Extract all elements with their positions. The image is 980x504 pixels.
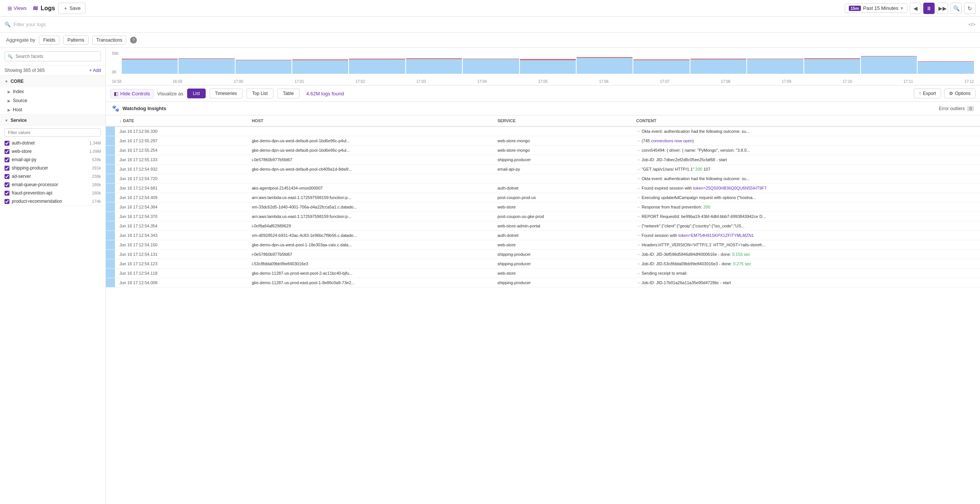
error-outliers: Error outliers 0 [939,106,974,111]
row-indicator [106,259,115,269]
row-indicator [106,221,115,231]
chart-y-min: 0K [112,70,119,74]
row-indicator [106,250,115,259]
table-row[interactable]: Jun 16 17:12:54.131 i-0e57860b977b5fd67 … [106,250,980,259]
add-facet-button[interactable]: + Add [89,68,101,73]
service-item-count: 539k [92,158,101,162]
watchdog-label: Watchdog Insights [123,105,936,111]
views-button[interactable]: ⊞ Views [5,4,30,13]
table-row[interactable]: Jun 16 17:12:55.254 gke-demo-dpn-us-west… [106,146,980,155]
chart-bars [122,53,974,74]
row-host: gke-demo-dpn-us-west-pool-1-18e303aa-cai… [247,240,493,250]
source-facet[interactable]: ▶ Source [0,96,105,105]
time-badge: 15m [849,6,861,11]
index-facet[interactable]: ▶ Index [0,87,105,96]
chart-bar [633,59,689,74]
table-row[interactable]: Jun 16 17:12:54.370 arn:aws:lambda:us-ea… [106,212,980,221]
hide-controls-button[interactable]: ◧ Hide Controls [110,89,153,98]
row-service: email-api-py [493,164,632,174]
row-host: arn:aws:lambda:us-east-1:172597598159:fu… [247,212,493,221]
service-header[interactable]: ▼ Service [0,115,105,126]
service-filter-input[interactable] [5,128,101,137]
filter-search-icon: 🔍 [5,22,11,27]
service-list-item[interactable]: product-recommendation 174k [0,197,105,206]
agg-fields-button[interactable]: Fields [39,35,59,45]
content-col-header[interactable]: CONTENT [632,115,980,126]
viz-timeseries-button[interactable]: Timeseries [210,89,243,98]
table-row[interactable]: Jun 16 17:12:54.720 → Okta event: authen… [106,174,980,183]
agg-transactions-button[interactable]: Transactions [92,35,126,45]
service-list-item[interactable]: web-store 1.09M [0,147,105,156]
service-checkbox[interactable] [5,158,10,162]
table-row[interactable]: Jun 16 17:12:55.133 i-0e57860b977b5fd67 … [106,155,980,164]
host-facet[interactable]: ▶ Host [0,105,105,114]
table-row[interactable]: Jun 16 17:12:54.343 vm-d0928524-b931-43a… [106,231,980,240]
table-row[interactable]: Jun 16 17:12:54.409 arn:aws:lambda:us-ea… [106,193,980,203]
agg-patterns-button[interactable]: Patterns [63,35,89,45]
service-list-item[interactable]: email-api-py 539k [0,156,105,164]
row-host: vm-d0928524-b931-43ac-4c83-1e96bc7f9b56.… [247,231,493,240]
table-row[interactable]: Jun 16 17:12:54.932 gke-demo-dpn-us-west… [106,164,980,174]
time-selector[interactable]: 15m Past 15 Minutes ▾ [845,3,907,13]
prev-button[interactable]: ◀ [910,3,921,14]
help-icon[interactable]: ? [130,37,137,43]
service-checkbox[interactable] [5,199,10,204]
table-row[interactable]: Jun 16 17:12:54.008 gke-demo-11287-us-pr… [106,278,980,287]
pause-button[interactable]: ⏸ [923,3,935,14]
export-button[interactable]: ↑ Export [914,89,941,98]
table-row[interactable]: Jun 16 17:12:56.330 → Okta event: authen… [106,126,980,136]
host-col-header[interactable]: HOST [247,115,493,126]
service-checkbox[interactable] [5,166,10,171]
filter-input[interactable] [14,22,965,27]
viz-table-button[interactable]: Table [277,89,299,98]
source-label: Source [13,98,27,103]
refresh-button[interactable]: ↻ [964,3,975,14]
service-checkbox[interactable] [5,174,10,179]
chart-bar [349,59,405,74]
chart-bar [520,59,576,74]
table-row[interactable]: Jun 16 17:12:54.384 vm-33dc62d5-1d40-400… [106,203,980,212]
row-indicator [106,278,115,287]
code-icon[interactable]: </> [968,22,975,27]
date-col-header[interactable]: ↓DATE [115,115,247,126]
service-list-item[interactable]: shipping-producer 291k [0,164,105,172]
service-section: ▼ Service auth-dotnet 1.34M web-store 1.… [0,115,105,206]
row-content: → Found session with token=EM754H91SKPX1… [632,231,980,240]
facet-search-input[interactable] [5,51,101,61]
chart-x-label: 17:00 [234,80,243,84]
chart-x-label: 17:11 [904,80,913,84]
row-content: → Job-ID: JID-17b01a26a11a35e90d4729bc -… [632,278,980,287]
right-content: 50K 0K 16:5816:5917:0017:0117:0217:0317:… [106,48,980,504]
viz-toplist-button[interactable]: Top List [247,89,274,98]
hide-controls-icon: ◧ [114,91,118,96]
row-host: vm-33dc62d5-1d40-4001-706a-d4a22fcca5a1.… [247,203,493,212]
table-row[interactable]: Jun 16 17:12:54.150 gke-demo-dpn-us-west… [106,240,980,250]
service-list-item[interactable]: ad-server 238k [0,172,105,180]
core-header[interactable]: ▼ CORE [0,76,105,87]
row-host: gke-demo-dpn-us-west-default-pool-cb409a… [247,164,493,174]
service-checkbox[interactable] [5,191,10,196]
row-content: → Sending receipt to email: [632,269,980,278]
search-button[interactable]: 🔍 [950,3,962,14]
service-item-count: 1.34M [89,141,101,145]
viz-list-button[interactable]: List [187,89,206,98]
table-row[interactable]: Jun 16 17:12:55.297 gke-demo-dpn-us-west… [106,136,980,146]
table-row[interactable]: Jun 16 17:12:54.354 i-0cf8a64af62989629 … [106,221,980,231]
service-list-item[interactable]: email-queue-processor 186k [0,180,105,189]
table-row[interactable]: Jun 16 17:12:54.118 gke-demo-11287-us-pr… [106,269,980,278]
table-row[interactable]: Jun 16 17:12:54.681 aks-agentpool-214514… [106,183,980,193]
table-row[interactable]: Jun 16 17:12:54.123 i-53c8fdda09bb99e840… [106,259,980,269]
next-button[interactable]: ▶▶ [937,3,948,14]
options-button[interactable]: ⚙ Options [944,89,975,98]
service-list-item[interactable]: auth-dotnet 1.34M [0,139,105,147]
service-checkbox[interactable] [5,182,10,187]
row-date: Jun 16 17:12:54.343 [115,231,247,240]
service-checkbox[interactable] [5,149,10,154]
service-list-item[interactable]: fraud-prevention-api 180k [0,189,105,197]
row-content: → Found expired session with token=25Q50… [632,183,980,193]
row-content: → "GET /api/v1/ses/ HTTP/1.1" 200 107 [632,164,980,174]
service-col-header[interactable]: SERVICE [493,115,632,126]
save-button[interactable]: ＋ Save [58,3,86,14]
service-checkbox[interactable] [5,141,10,146]
chart-bar [804,58,860,74]
